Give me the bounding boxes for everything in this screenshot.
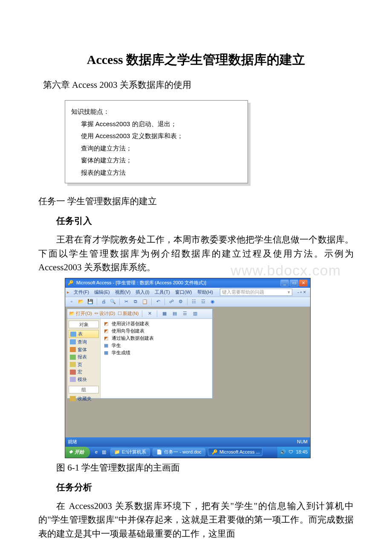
windows-taskbar: ❖ 开始 e ▥ 📁E:\计算机系 📄任务一 - word.doc 🔑Micro…: [65, 447, 310, 458]
open-db-icon[interactable]: 📂: [77, 298, 85, 306]
skill-item: 报表的建立方法: [71, 167, 242, 179]
menu-view[interactable]: 视图(V): [112, 289, 133, 295]
analysis-paragraph: 在 Access2003 关系数据库环境下，把有关"学生"的信息输入到计算机中的…: [38, 499, 354, 541]
standard-toolbar: ▫ 📂 💾 🖨 🔍 ✂ ⧉ 📋 ↶ ☍ ⚙ ☷ ☲ ◉: [65, 297, 310, 307]
access-screenshot: 🔑 Microsoft Access - [学生管理 : 数据库 (Access…: [65, 278, 311, 458]
taskbar-button-access[interactable]: 🔑Microsoft Access ...: [208, 448, 262, 456]
help-search-input[interactable]: 键入需要帮助的问题 ▾: [220, 289, 292, 296]
doc-title: Access 数据库之学生管理数据库的建立: [38, 51, 354, 69]
access-key-icon: 🔑: [68, 280, 74, 286]
properties-icon[interactable]: ☲: [199, 298, 207, 306]
copy-icon[interactable]: ⧉: [132, 298, 139, 306]
system-tray[interactable]: 🔊 🛡 18:45: [277, 447, 310, 458]
database-window: 📂打开(O) ✏设计(D) ☐新建(N) ✕ ▦ ▤ ☰ ▥ 对象 表 查询: [67, 309, 213, 399]
menu-file[interactable]: 文件(F): [71, 289, 92, 295]
status-num: NUM: [297, 439, 308, 445]
skill-item: 掌握 Access2003 的启动、退出；: [71, 118, 242, 130]
chapter-heading: 第六章 Access 2003 关系数据库的使用: [38, 79, 354, 91]
windows-logo-icon: ❖: [69, 449, 73, 455]
status-ready: 就绪: [68, 439, 77, 445]
minimize-button[interactable]: _: [280, 280, 289, 286]
section-heading-analysis: 任务分析: [38, 481, 354, 493]
create-table-by-data[interactable]: ◩通过输入数据创建表: [102, 335, 210, 342]
details-icon[interactable]: ▥: [191, 310, 199, 318]
menu-window[interactable]: 窗口(W): [173, 289, 195, 295]
close-button[interactable]: ✕: [299, 280, 308, 286]
analyze-icon[interactable]: ⚙: [177, 298, 184, 306]
section-heading-intro: 任务引入: [38, 215, 354, 227]
paste-icon[interactable]: 📋: [141, 298, 149, 306]
create-table-wizard[interactable]: ◩使用向导创建表: [102, 328, 210, 335]
new-db-icon[interactable]: ▫: [68, 298, 75, 306]
statusbar: 就绪 NUM: [65, 437, 310, 447]
relationships-icon[interactable]: ☍: [167, 298, 175, 306]
skill-box-header: 知识技能点：: [71, 106, 242, 118]
db-window-toolbar: 📂打开(O) ✏设计(D) ☐新建(N) ✕ ▦ ▤ ☰ ▥: [67, 309, 212, 319]
mdi-client-area: 📂打开(O) ✏设计(D) ☐新建(N) ✕ ▦ ▤ ☰ ▥ 对象 表 查询: [65, 307, 310, 447]
menu-insert[interactable]: 插入(I): [133, 289, 152, 295]
mdi-close-button[interactable]: - ▫ ×: [295, 289, 308, 295]
table-student[interactable]: ▦学生: [102, 342, 210, 349]
sidebar-tables[interactable]: 表: [69, 330, 99, 338]
preview-icon[interactable]: 🔍: [109, 298, 117, 306]
cut-icon[interactable]: ✂: [122, 298, 130, 306]
maximize-button[interactable]: ▭: [290, 280, 298, 286]
db-open-button[interactable]: 📂打开(O): [69, 311, 92, 316]
object-list: ◩使用设计器创建表 ◩使用向导创建表 ◩通过输入数据创建表 ▦学生 ▦学生成绩: [101, 319, 212, 398]
table-student-score[interactable]: ▦学生成绩: [102, 350, 210, 356]
objects-header: 对象: [69, 321, 99, 329]
sidebar-pages[interactable]: 页: [69, 361, 99, 368]
quicklaunch-ie-icon[interactable]: e: [92, 448, 100, 456]
taskbar-button-explorer[interactable]: 📁E:\计算机系: [110, 448, 150, 456]
figure-caption: 图 6-1 学生管理数据库的主画面: [38, 462, 354, 474]
skill-item: 窗体的建立方法；: [71, 154, 242, 167]
skill-item: 查询的建立方法；: [71, 142, 242, 155]
sidebar-forms[interactable]: 窗体: [69, 346, 99, 353]
menu-edit[interactable]: 编辑(E): [92, 289, 112, 295]
code-icon[interactable]: ☷: [190, 298, 198, 306]
sidebar-modules[interactable]: 模块: [69, 376, 99, 383]
large-icons-icon[interactable]: ▦: [161, 310, 168, 318]
tray-clock: 18:45: [296, 449, 308, 455]
help-icon[interactable]: ◉: [209, 298, 216, 306]
intro-paragraph: 王君在育才学院教务处工作，本周市教委要求他把学生信息做一个数据库。下面以学生管理…: [38, 233, 354, 275]
skill-box: 知识技能点： 掌握 Access2003 的启动、退出； 使用 Access20…: [65, 100, 248, 183]
taskbar-button-word[interactable]: 📄任务一 - word.doc: [153, 448, 205, 456]
small-icons-icon[interactable]: ▤: [171, 310, 179, 318]
groups-header: 组: [69, 386, 99, 394]
sidebar-favorites[interactable]: 收藏夹: [69, 395, 99, 402]
menu-help[interactable]: 帮助(H): [195, 289, 216, 295]
child-window-icon: ▸: [67, 289, 69, 295]
tray-shield-icon[interactable]: 🛡: [288, 449, 293, 455]
menu-tools[interactable]: 工具(T): [152, 289, 173, 295]
create-table-designer[interactable]: ◩使用设计器创建表: [102, 321, 210, 327]
dropdown-icon: ▾: [288, 289, 290, 295]
window-titlebar: 🔑 Microsoft Access - [学生管理 : 数据库 (Access…: [65, 278, 310, 288]
db-new-button[interactable]: ☐新建(N): [118, 311, 138, 316]
db-object-bar: 对象 表 查询 窗体 报表 页 宏 模块 组 收藏夹: [67, 319, 101, 398]
help-placeholder: 键入需要帮助的问题: [222, 289, 264, 295]
print-icon[interactable]: 🖨: [100, 298, 107, 306]
skill-item: 使用 Access2003 定义数据库和表；: [71, 130, 242, 142]
sidebar-reports[interactable]: 报表: [69, 353, 99, 361]
list-view-icon[interactable]: ☰: [181, 310, 189, 318]
undo-icon[interactable]: ↶: [154, 298, 162, 306]
window-title: Microsoft Access - [学生管理 : 数据库 (Access 2…: [76, 280, 278, 286]
db-design-button[interactable]: ✏设计(D): [95, 311, 115, 316]
sidebar-macros[interactable]: 宏: [69, 368, 99, 376]
delete-icon[interactable]: ✕: [146, 310, 153, 318]
tray-volume-icon[interactable]: 🔊: [280, 449, 286, 455]
save-icon[interactable]: 💾: [86, 298, 94, 306]
task-heading: 任务一 学生管理数据库的建立: [38, 195, 354, 207]
quicklaunch-desktop-icon[interactable]: ▥: [100, 448, 108, 456]
sidebar-queries[interactable]: 查询: [69, 338, 99, 346]
start-button[interactable]: ❖ 开始: [65, 447, 90, 458]
menubar: ▸ 文件(F) 编辑(E) 视图(V) 插入(I) 工具(T) 窗口(W) 帮助…: [65, 288, 310, 297]
